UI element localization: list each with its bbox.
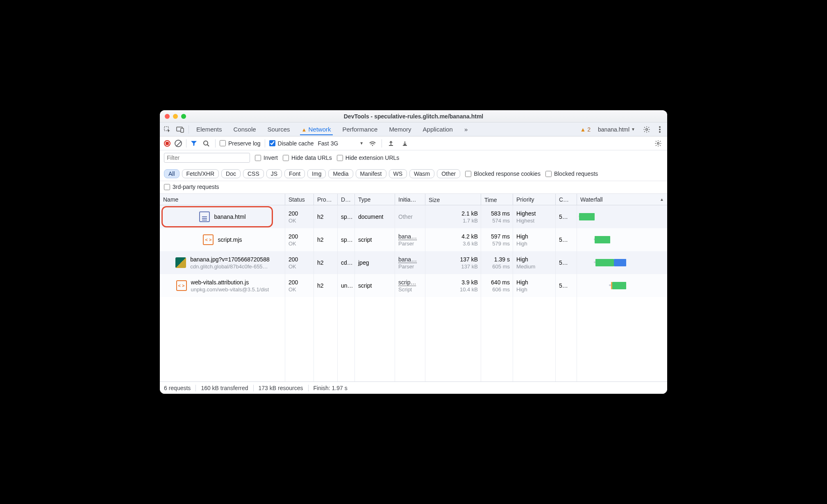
minimize-icon[interactable]	[173, 114, 178, 119]
col-protocol[interactable]: Pro…	[314, 194, 338, 205]
col-initiator[interactable]: Initia…	[395, 194, 425, 205]
network-toolbar: Preserve log Disable cache Fast 3G▼	[160, 136, 667, 150]
table-row[interactable]: banana.html200OKh2sp…documentOther2.1 kB…	[160, 205, 667, 228]
type-chip[interactable]: CSS	[243, 169, 264, 178]
table-row[interactable]: < >script.mjs200OKh2sp…scriptbana…Parser…	[160, 228, 667, 251]
type-chip[interactable]: Wasm	[409, 169, 434, 178]
search-icon[interactable]	[201, 138, 211, 148]
type-chip[interactable]: Manifest	[356, 169, 386, 178]
kebab-icon[interactable]	[655, 125, 665, 134]
window-controls	[165, 114, 186, 119]
tab-more-icon[interactable]: »	[463, 123, 469, 135]
target-select[interactable]: banana.html▼	[598, 126, 635, 133]
request-name: banana.html	[214, 213, 245, 220]
panel-tabs: Elements Console Sources ▲Network Perfor…	[160, 123, 667, 136]
gear-icon[interactable]	[642, 125, 652, 134]
clear-button[interactable]	[175, 140, 182, 147]
col-time[interactable]: Time	[481, 194, 513, 205]
type-chip[interactable]: All	[164, 169, 179, 178]
table-header: Name Status Pro… D… Type Initia… Size Ti…	[160, 194, 667, 205]
initiator[interactable]: scrip…	[398, 279, 422, 286]
tab-sources[interactable]: Sources	[266, 123, 292, 135]
tab-network[interactable]: ▲Network	[300, 123, 333, 135]
col-size[interactable]: Size	[425, 194, 481, 205]
svg-point-5	[659, 129, 661, 130]
warning-icon: ▲	[302, 127, 307, 133]
type-chip[interactable]: Font	[284, 169, 305, 178]
filter-bar: Invert Hide data URLs Hide extension URL…	[160, 150, 667, 181]
col-type[interactable]: Type	[355, 194, 395, 205]
chevron-down-icon: ▼	[359, 141, 364, 145]
close-icon[interactable]	[165, 114, 170, 119]
zoom-icon[interactable]	[181, 114, 186, 119]
divider	[189, 125, 189, 134]
initiator: Other	[398, 213, 422, 220]
script-icon: < >	[203, 234, 214, 245]
tab-elements[interactable]: Elements	[195, 123, 224, 135]
request-name: banana.jpg?v=1705668720588	[190, 256, 269, 263]
table-row[interactable]: banana.jpg?v=1705668720588cdn.glitch.glo…	[160, 251, 667, 274]
waterfall-cell	[577, 205, 667, 228]
hide-ext-urls-checkbox[interactable]: Hide extension URLs	[337, 154, 400, 161]
gear-icon[interactable]	[653, 138, 663, 148]
filter-input[interactable]	[164, 153, 250, 163]
third-party-checkbox[interactable]: 3rd-party requests	[164, 184, 219, 190]
inspect-icon[interactable]	[162, 125, 172, 134]
waterfall-cell	[577, 228, 667, 251]
record-button[interactable]	[164, 140, 170, 147]
tab-memory[interactable]: Memory	[387, 123, 413, 135]
divider	[265, 139, 265, 148]
device-toolbar-icon[interactable]	[175, 125, 185, 134]
request-name: script.mjs	[218, 236, 242, 243]
table-body: banana.html200OKh2sp…documentOther2.1 kB…	[160, 205, 667, 381]
type-chip[interactable]: Doc	[221, 169, 241, 178]
type-chip[interactable]: JS	[266, 169, 282, 178]
type-chip[interactable]: Img	[307, 169, 326, 178]
svg-point-8	[372, 145, 373, 146]
type-chip[interactable]: WS	[389, 169, 407, 178]
tab-performance[interactable]: Performance	[341, 123, 379, 135]
table-row[interactable]: < >web-vitals.attribution.jsunpkg.com/we…	[160, 274, 667, 297]
footer-resources: 173 kB resources	[254, 385, 309, 391]
tab-console[interactable]: Console	[232, 123, 258, 135]
type-filter-chips: AllFetch/XHRDocCSSJSFontImgMediaManifest…	[164, 169, 460, 178]
svg-point-6	[659, 131, 661, 133]
filter-bar-2: 3rd-party requests	[160, 181, 667, 194]
download-har-icon[interactable]	[400, 138, 410, 148]
titlebar: DevTools - speculative-rules.glitch.me/b…	[160, 110, 667, 123]
request-name-sub: unpkg.com/web-vitals@3.5.1/dist	[191, 286, 269, 293]
col-name[interactable]: Name	[160, 194, 285, 205]
type-chip[interactable]: Other	[437, 169, 460, 178]
type-chip[interactable]: Media	[328, 169, 353, 178]
divider	[215, 139, 216, 148]
blocked-req-checkbox[interactable]: Blocked requests	[545, 170, 598, 177]
col-priority[interactable]: Priority	[513, 194, 556, 205]
network-conditions-icon[interactable]	[368, 138, 377, 148]
col-connection[interactable]: C…	[556, 194, 577, 205]
invert-checkbox[interactable]: Invert	[255, 154, 278, 161]
svg-point-4	[659, 126, 661, 128]
blocked-cookies-checkbox[interactable]: Blocked response cookies	[465, 170, 541, 177]
waterfall-cell	[577, 274, 667, 297]
footer-finish: Finish: 1.97 s	[309, 385, 352, 391]
divider	[382, 139, 382, 148]
initiator[interactable]: bana…	[398, 256, 422, 263]
disable-cache-checkbox[interactable]: Disable cache	[269, 140, 314, 147]
initiator[interactable]: bana…	[398, 233, 422, 240]
divider	[186, 139, 186, 148]
col-status[interactable]: Status	[285, 194, 314, 205]
warning-triangle-icon: ▲	[580, 126, 586, 133]
col-waterfall[interactable]: Waterfall▲	[577, 194, 667, 205]
type-chip[interactable]: Fetch/XHR	[182, 169, 219, 178]
filter-icon[interactable]	[191, 140, 197, 147]
footer-requests: 6 requests	[164, 385, 196, 391]
document-icon	[199, 211, 210, 222]
preserve-log-checkbox[interactable]: Preserve log	[220, 140, 261, 147]
svg-point-3	[646, 128, 648, 130]
upload-har-icon[interactable]	[386, 138, 396, 148]
issues-badge[interactable]: ▲2	[580, 126, 591, 133]
hide-data-urls-checkbox[interactable]: Hide data URLs	[283, 154, 332, 161]
tab-application[interactable]: Application	[421, 123, 454, 135]
col-domain[interactable]: D…	[338, 194, 355, 205]
throttle-select[interactable]: Fast 3G▼	[318, 140, 364, 147]
